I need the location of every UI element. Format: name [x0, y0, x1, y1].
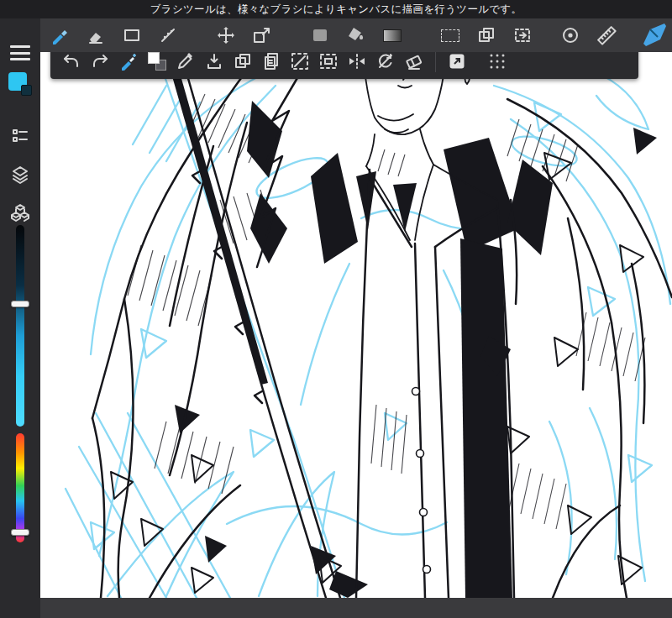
pen-input-toggle-button[interactable]: [638, 21, 667, 50]
transform-tool-button[interactable]: [248, 21, 276, 50]
bucket-tool-button[interactable]: [342, 21, 370, 50]
paint-bucket-icon: [346, 25, 366, 45]
copy-layers-icon: [476, 25, 496, 45]
copy-icon: [233, 51, 253, 71]
menu-icon: [10, 45, 30, 48]
move-icon: [216, 25, 236, 45]
brush-icon: [50, 25, 70, 45]
notification-bar: ブラシツールは、様々なブラシによりキャンバスに描画を行うツールです。: [0, 0, 672, 18]
selection-rect-icon: [441, 29, 459, 42]
detach-window-icon: [447, 51, 467, 71]
fill-tool-button[interactable]: [306, 21, 334, 50]
layers-icon: [10, 165, 30, 185]
fill-selection-icon: [318, 51, 339, 71]
menu-button[interactable]: [10, 45, 30, 60]
ruler-icon: [596, 25, 617, 45]
undo-icon: [61, 51, 81, 71]
brush-list-button[interactable]: [10, 126, 30, 146]
pen-icon: [639, 22, 666, 49]
gradient-icon: [383, 29, 402, 42]
shape-select-tool-button[interactable]: [556, 21, 585, 50]
save-download-icon: [204, 51, 224, 71]
rotate-disabled-icon: [375, 51, 396, 71]
hue-slider-handle[interactable]: [11, 529, 29, 536]
target-circle-icon: [560, 25, 580, 45]
material-library-button[interactable]: [10, 203, 30, 223]
active-brush-icon: [118, 51, 139, 71]
decoration-brush-icon: [158, 25, 178, 45]
materials-cubes-icon: [10, 203, 30, 223]
select-move-tool-button[interactable]: [508, 21, 537, 50]
select-tool-button[interactable]: [436, 21, 465, 50]
move-tool-button[interactable]: [212, 21, 240, 50]
app-window: ブラシツールは、様々なブラシによりキャンバスに描画を行うツールです。: [0, 0, 672, 618]
redo-icon: [90, 51, 110, 71]
grid-dots-icon: [487, 51, 507, 71]
hue-slider[interactable]: [16, 433, 24, 542]
bottom-bar: [40, 598, 672, 618]
flip-horizontal-icon: [347, 51, 367, 71]
transform-icon: [252, 25, 272, 45]
color-swatch[interactable]: [8, 72, 32, 96]
gradient-tool-button[interactable]: [378, 21, 407, 50]
eraser-icon: [86, 25, 106, 45]
select-move-icon: [512, 25, 533, 45]
paste-icon: [261, 51, 281, 71]
copy-stamp-tool-button[interactable]: [472, 21, 501, 50]
brush-tool-button[interactable]: [45, 21, 74, 50]
left-sidebar: [0, 18, 40, 618]
color-value-slider[interactable]: [16, 225, 24, 427]
fill-square-icon: [310, 25, 330, 45]
line-snap-icon: [290, 51, 310, 71]
eraser-tool-button[interactable]: [81, 21, 110, 50]
ruler-tool-button[interactable]: [592, 21, 621, 50]
canvas-artwork: [40, 52, 672, 598]
shape-tool-button[interactable]: [118, 21, 146, 50]
decoration-brush-button[interactable]: [154, 21, 182, 50]
rectangle-icon: [122, 25, 142, 45]
canvas[interactable]: [40, 52, 672, 598]
value-slider-handle[interactable]: [11, 301, 29, 307]
layer-list-button[interactable]: [10, 165, 30, 185]
notification-text: ブラシツールは、様々なブラシによりキャンバスに描画を行うツールです。: [150, 3, 522, 17]
background-color[interactable]: [21, 85, 32, 96]
eyedropper-icon: [176, 51, 196, 71]
clear-eraser-icon: [404, 51, 424, 71]
main-toolbar: [40, 18, 672, 52]
foreground-background-icon: [148, 52, 166, 71]
brush-list-icon: [10, 126, 30, 146]
toolbar-divider: [435, 50, 436, 72]
